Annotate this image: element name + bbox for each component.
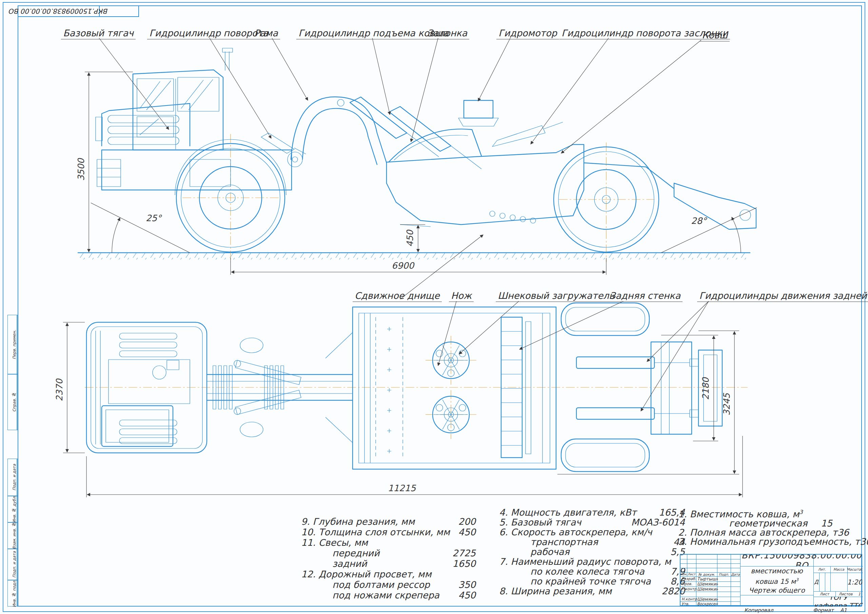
format-value: А1 xyxy=(840,607,847,613)
title-line2: ковша 15 м3 xyxy=(755,575,798,586)
spec-row: по колее колеса тягоча7,9 xyxy=(499,566,685,576)
sig-role: Разраб. xyxy=(680,576,697,581)
spec-label: 8. Ширина резания, мм xyxy=(499,586,612,596)
grid-line xyxy=(825,573,825,591)
svg-text:28°: 28° xyxy=(691,216,707,226)
masshtab-label: Масштаб xyxy=(847,566,862,573)
spec-label: 11. Свесы, мм xyxy=(301,537,368,548)
spec-label: задний xyxy=(301,558,367,569)
svg-text:6900: 6900 xyxy=(392,261,415,271)
lit-value: Д xyxy=(814,573,819,591)
spec-label: рабочая xyxy=(499,547,570,557)
lit-label: Лит. xyxy=(814,566,830,573)
titleblock-doc-number: ВКР.150009838.00.00.00 ВО xyxy=(740,555,863,566)
stamp-label: Инв. № дубл. xyxy=(11,496,17,522)
callout-rear-wall-cylinders: Гидроцилиндры движения задней стенки xyxy=(697,291,868,302)
listov-value: 1 xyxy=(856,591,863,597)
corner-stamp: ВКР.150009838.00.00.00 ВО xyxy=(18,5,139,17)
bowl-lift-cylinders xyxy=(350,97,482,169)
spec-label: 6. Скорость автоскрепера, км/ч xyxy=(499,527,652,537)
stamp-podp-data-1: Подп. и дата xyxy=(8,459,18,496)
grid-line xyxy=(680,592,740,592)
callout-knife: Нож xyxy=(449,291,474,302)
svg-text:2180: 2180 xyxy=(701,376,711,400)
sig-role: Утв. xyxy=(680,602,697,606)
spec-list-right: 1. Вместимость ковша, м3 геометрическая1… xyxy=(678,509,832,546)
callout-rear-wall: Задняя стенка xyxy=(608,291,682,302)
side-view: 3500 25° 6900 450 xyxy=(76,38,757,275)
tractor-chassis xyxy=(97,140,291,195)
spec-row: под ножами скрепера450 xyxy=(301,590,476,600)
spec-value: 450 xyxy=(458,590,476,600)
callout-leaders-plan xyxy=(400,235,708,411)
rear-frame xyxy=(584,163,756,229)
col-data: Дата xyxy=(731,572,740,576)
dim-tractor-width: 2370 xyxy=(54,322,85,453)
grid-line xyxy=(740,595,814,595)
sig-name: Шемякин xyxy=(696,586,718,592)
copied-label: Копировал xyxy=(744,607,773,613)
sig-role: Т.контр. xyxy=(680,586,697,592)
spec-label: 7. Наименьший радиус поворота, м xyxy=(499,556,671,567)
spec-value: 200 xyxy=(458,516,476,527)
spec-label: 4. Мощность двигателя, кВт xyxy=(499,507,636,518)
spec-value: 2725 xyxy=(452,548,476,558)
sig-role: Н.контр. xyxy=(680,597,697,602)
col-izm: Изм. xyxy=(680,572,687,576)
spec-label: транспортная xyxy=(499,537,598,547)
masshtab-value: 1:20 xyxy=(847,573,862,591)
exhaust-cap xyxy=(222,48,232,52)
exhaust-pipe xyxy=(225,51,229,71)
spec-row: 8. Ширина резания, мм2820 xyxy=(499,586,685,596)
stamp-label: Перв. примен. xyxy=(11,315,17,374)
dim-bowl-width: 2180 xyxy=(661,335,718,441)
stamp-inv-dubl: Инв. № дубл. xyxy=(8,496,18,522)
spec-label: 3. Номинальная грузоподъемность, т xyxy=(678,536,860,547)
drawing-title: Скрепер вместимостью ковша 15 м3 Чертеж … xyxy=(740,566,814,595)
spec-label: 9. Глубина резания, мм xyxy=(301,516,415,527)
steering-cylinder xyxy=(261,133,306,154)
spec-row: 12. Дорожный просвет, мм xyxy=(301,569,476,580)
stamp-sprav-no: Справ. № xyxy=(8,374,18,430)
spec-value: 350 xyxy=(458,580,476,590)
callout-hydromotor: Гидромотор xyxy=(496,28,559,39)
title-line2-text: ковша 15 м xyxy=(755,577,796,586)
stamp-label: Подп. и дата xyxy=(11,549,17,580)
dim-ground-clearance: 450 xyxy=(400,225,425,252)
grid-line xyxy=(731,555,731,606)
spec-row: 6. Скорость автоскрепера, км/ч xyxy=(499,527,685,537)
massa-label: Масса xyxy=(830,566,847,573)
callout-gate: Залонка xyxy=(425,28,469,39)
org-line1: ТОГУ xyxy=(829,597,848,602)
stamp-label: Инв. № подл. xyxy=(11,580,17,606)
stamp-podp-data-2: Подп. и дата xyxy=(8,549,18,580)
spec-row: 9. Глубина резания, мм200 xyxy=(301,516,476,527)
spec-list-left: 9. Глубина резания, мм200 10. Толщина сл… xyxy=(301,516,476,600)
stamp-vzam-inv: Взам. инв. № xyxy=(8,522,18,549)
spec-row: рабочая5,5 xyxy=(499,547,685,556)
stamp-label: Подп. и дата xyxy=(11,459,17,496)
spec-row: геометрическая15 xyxy=(678,518,832,527)
svg-text:3245: 3245 xyxy=(722,392,732,415)
grid-line xyxy=(680,559,740,560)
svg-text:3500: 3500 xyxy=(76,157,86,181)
ground-hatch xyxy=(79,253,749,260)
title-line2-sup: 3 xyxy=(796,577,798,582)
spec-row: 11. Свесы, мм xyxy=(301,537,476,548)
gate-cylinder xyxy=(492,122,563,146)
spec-row: транспортная44 xyxy=(499,537,685,547)
corner-stamp-text: ВКР.150009838.00.00.00 ВО xyxy=(18,6,100,16)
callout-auger-loader: Шнековый загружатель xyxy=(496,291,617,302)
sig-name: Шемякин xyxy=(696,597,718,602)
callout-base-tractor: Базовый тягач xyxy=(61,28,136,39)
dim-overall-height: 3500 xyxy=(76,72,133,252)
spec-row: 5. Базовый тягачМОАЗ-6014 xyxy=(499,517,685,527)
title-block: Изм. Лист № докум. Подп. Дата Разраб. Ты… xyxy=(680,554,862,606)
callout-sliding-floor: Сдвижное днище xyxy=(353,291,442,302)
svg-text:2370: 2370 xyxy=(54,378,64,401)
sig-name: Шемякин xyxy=(696,581,718,586)
spec-row: задний1650 xyxy=(301,558,476,569)
plan-view: 2370 11215 2180 3245 xyxy=(54,235,748,497)
rear-wall-cylinders xyxy=(577,357,699,419)
spec-label: 10. Толщина слоя отсынки, мм xyxy=(301,527,450,537)
